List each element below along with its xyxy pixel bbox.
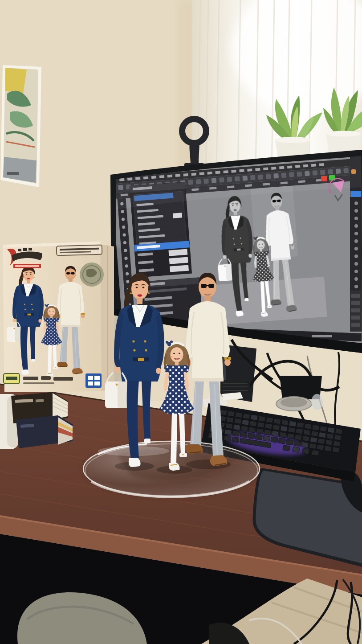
photo-scene	[0, 0, 362, 644]
box-brand-logo	[85, 373, 102, 388]
box-info-label	[57, 245, 102, 256]
wall-art	[0, 65, 41, 187]
box-scale-badge	[4, 373, 20, 384]
box-seal	[80, 263, 104, 287]
books	[11, 392, 73, 448]
figure-box	[3, 242, 122, 392]
